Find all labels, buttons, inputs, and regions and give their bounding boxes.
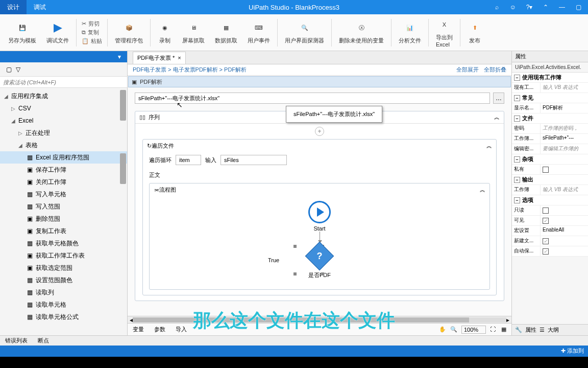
tree-category[interactable]: ◢应用程序集成 <box>0 90 127 102</box>
properties-tab[interactable]: 属性 <box>525 326 536 334</box>
tree-activity[interactable]: ▣获取选定范围 <box>0 262 127 274</box>
start-node[interactable] <box>308 201 331 223</box>
user-events-button[interactable]: ⌨用户事件 <box>242 18 275 47</box>
arguments-tab[interactable]: 参数 <box>149 324 170 335</box>
save-as-template-button[interactable]: 💾另存为模板 <box>3 18 41 47</box>
copy-button[interactable]: ⧉ 复制 <box>82 29 102 36</box>
collapse-icon[interactable]: ︽ <box>480 186 485 194</box>
prop-category[interactable]: −选项 <box>512 195 588 205</box>
search-input[interactable] <box>0 77 127 87</box>
prop-value[interactable]: 输入 VB 表达式 <box>541 83 588 93</box>
user-icon[interactable]: ☺ <box>508 3 518 12</box>
collapse-ribbon-icon[interactable]: ⌃ <box>541 3 550 12</box>
prop-category[interactable]: −文件 <box>512 113 588 124</box>
activity-header[interactable]: ▣ PDF解析 <box>128 76 511 87</box>
filepath-input[interactable] <box>135 93 490 104</box>
tree-activity[interactable]: ▣删除范围 <box>0 213 127 225</box>
menu-design[interactable]: 设计 <box>0 0 27 14</box>
panel-view-icon[interactable]: ▢ <box>6 66 12 73</box>
prop-category[interactable]: −杂项 <box>512 154 588 165</box>
prop-value[interactable] <box>541 205 588 215</box>
menu-debug[interactable]: 调试 <box>27 0 53 14</box>
overview-icon[interactable]: ▦ <box>501 326 508 333</box>
tree-activity[interactable]: ▦设置范围颜色 <box>0 274 127 286</box>
collapse-icon[interactable]: ︽ <box>494 113 500 121</box>
loop-var-input[interactable] <box>176 155 201 165</box>
fit-icon[interactable]: ⛶ <box>490 326 497 333</box>
prop-value[interactable]: 输入 VB 表达式 <box>541 185 588 195</box>
prop-value[interactable]: ✓ <box>541 236 588 246</box>
outline-tab[interactable]: 大纲 <box>548 326 559 334</box>
prop-value[interactable]: ✓ <box>541 216 588 225</box>
tree-activity[interactable]: ▦读取列 <box>0 286 127 298</box>
document-tab[interactable]: PDF电子发票 *× <box>133 52 186 64</box>
tree-category[interactable]: ▷CSV <box>0 102 127 114</box>
pan-icon[interactable]: ✋ <box>439 326 446 333</box>
prop-value[interactable]: 要编辑工作簿的 <box>541 144 588 154</box>
tree-activity[interactable]: ▦写入单元格 <box>0 188 127 200</box>
expand-all-link[interactable]: 全部展开 <box>456 66 479 74</box>
imports-tab[interactable]: 导入 <box>170 324 192 335</box>
outline-icon[interactable]: ☰ <box>540 327 545 333</box>
ui-explorer-button[interactable]: 🔍用户界面探测器 <box>280 18 329 47</box>
zoom-icon[interactable]: 🔍 <box>450 326 457 333</box>
tree-activity[interactable]: ▦获取单元格颜色 <box>0 237 127 249</box>
prop-value[interactable]: sFilePath+"--- <box>541 134 588 144</box>
tree-activity[interactable]: ▣获取工作簿工作表 <box>0 249 127 262</box>
foreach-activity[interactable]: ↻遍历文件 ︽ 遍历循环 输入 正文 ⫘流程图 ︽ <box>142 139 497 295</box>
screen-scraping-button[interactable]: 🖥屏幕抓取 <box>177 18 210 47</box>
paste-button[interactable]: 📋 粘贴 <box>82 37 102 45</box>
activity-tree[interactable]: ◢应用程序集成 ▷CSV ◢Excel ▷正在处理 ◢表格 ▦Excel 应用程… <box>0 88 127 335</box>
sequence-activity[interactable]: ▯▯序列 ︽ + ↻遍历文件 ︽ 遍历循环 输入 正文 <box>135 111 504 301</box>
add-activity-button[interactable]: + <box>315 127 324 136</box>
tree-category[interactable]: ▷正在处理 <box>0 127 127 139</box>
tree-activity[interactable]: ▣保存工作簿 <box>0 164 127 176</box>
close-tab-icon[interactable]: × <box>178 55 181 61</box>
prop-value[interactable]: PDF解析 <box>541 103 588 113</box>
publish-button[interactable]: ⬆发布 <box>462 18 487 47</box>
crumb[interactable]: 电子发票PDF解析 <box>173 66 218 73</box>
tree-category[interactable]: ◢表格 <box>0 139 127 151</box>
prop-category[interactable]: −输出 <box>512 175 588 185</box>
search-icon[interactable]: ⌕ <box>492 3 501 12</box>
record-button[interactable]: ◉录制 <box>153 18 177 47</box>
debug-file-button[interactable]: ▶调试文件 <box>41 18 74 47</box>
prop-category[interactable]: −常见 <box>512 93 588 103</box>
prop-value[interactable] <box>541 165 588 174</box>
filter-icon[interactable]: ▽ <box>16 66 20 73</box>
scrollbar-thumb[interactable] <box>120 90 126 121</box>
analyze-file-button[interactable]: 📊分析文件 <box>394 18 426 47</box>
remove-unused-vars-button[interactable]: ⓧ删除未使用的变量 <box>334 18 389 47</box>
breakpoints-tab[interactable]: 断点 <box>33 337 54 344</box>
cut-button[interactable]: ✂ 剪切 <box>82 20 102 28</box>
add-to-button[interactable]: ✚ 添加到 <box>561 347 584 355</box>
data-scraping-button[interactable]: ▦数据抓取 <box>210 18 242 47</box>
export-excel-button[interactable]: X导出到Excel <box>431 15 458 50</box>
wrench-icon[interactable]: 🔧 <box>515 327 522 333</box>
prop-value[interactable]: 工作簿的密码， <box>541 124 588 133</box>
flowchart-activity[interactable]: ⫘流程图 ︽ Start True ? 是否PDF <box>149 183 490 290</box>
tree-activity[interactable]: ▦写入范围 <box>0 200 127 213</box>
prop-value[interactable]: ✓ <box>541 246 588 256</box>
crumb[interactable]: PDF电子发票 <box>133 66 166 73</box>
collapse-all-link[interactable]: 全部折叠 <box>484 66 506 74</box>
pin-icon[interactable]: ▾ <box>118 53 125 60</box>
manage-packages-button[interactable]: 📦管理程序包 <box>110 18 148 47</box>
crumb[interactable]: PDF解析 <box>224 66 247 73</box>
zoom-value[interactable]: 100% <box>461 326 486 334</box>
tree-activity[interactable]: ▣关闭工作簿 <box>0 176 127 188</box>
help-icon[interactable]: ?▾ <box>525 3 534 12</box>
browse-button[interactable]: … <box>493 93 504 104</box>
variables-tab[interactable]: 变量 <box>128 324 149 335</box>
tree-activity[interactable]: ▣复制工作表 <box>0 225 127 237</box>
collapse-icon[interactable]: ︽ <box>486 142 492 150</box>
tree-activity[interactable]: ▦读取单元格 <box>0 298 127 311</box>
scrollbar-thumb[interactable] <box>120 153 126 184</box>
prop-value[interactable]: EnableAll <box>541 226 588 236</box>
in-collection-input[interactable] <box>220 155 287 165</box>
maximize-icon[interactable]: ▢ <box>574 3 583 12</box>
minimize-icon[interactable]: — <box>557 3 567 12</box>
tree-activity[interactable]: ▦Excel 应用程序范围 <box>0 151 127 164</box>
prop-category[interactable]: −使用现有工作簿 <box>512 73 588 83</box>
tree-activity[interactable]: ▦读取单元格公式 <box>0 311 127 323</box>
